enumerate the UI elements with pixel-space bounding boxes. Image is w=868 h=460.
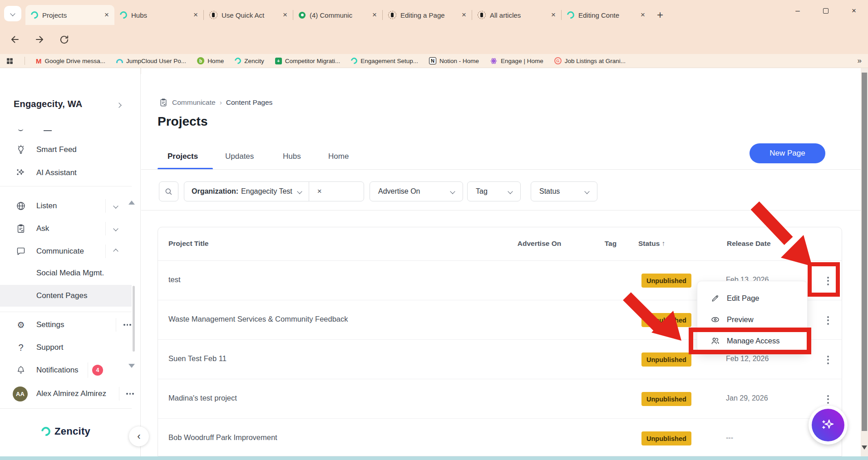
sidebar-item-content-pages[interactable]: Content Pages: [0, 285, 132, 307]
tab-label: Projects: [42, 11, 99, 19]
new-tab-button[interactable]: +: [657, 9, 663, 21]
restore-icon: [823, 8, 829, 14]
sidebar-item-listen[interactable]: Listen: [0, 197, 133, 215]
tab-label: Use Quick Act: [222, 11, 277, 19]
close-icon[interactable]: ×: [551, 10, 556, 20]
new-page-button[interactable]: New Page: [750, 143, 825, 163]
search-button[interactable]: [159, 181, 178, 201]
sidebar-item-smart-feed[interactable]: Smart Feed: [0, 141, 133, 159]
divider: [0, 408, 132, 409]
project-title[interactable]: Madina's test project: [168, 394, 237, 402]
bookmark-home[interactable]: bHome: [197, 57, 224, 64]
table-row[interactable]: Bob Woodruff Park Improvement Unpublishe…: [158, 419, 842, 458]
chevron-down-icon[interactable]: [113, 226, 118, 231]
sidebar-collapse-button[interactable]: ‹: [129, 426, 149, 446]
bookmark-google-drive[interactable]: MGoogle Drive messa...: [36, 58, 105, 64]
project-title[interactable]: Waste Management Services & Community Fe…: [168, 315, 348, 323]
clear-filter-button[interactable]: ×: [309, 187, 330, 196]
close-icon[interactable]: ×: [193, 10, 198, 20]
zencity-icon: [350, 56, 359, 65]
sidebar-scrollbar-thumb[interactable]: [133, 286, 135, 352]
close-icon[interactable]: ×: [641, 10, 645, 20]
divider: [88, 362, 88, 378]
sort-ascending-icon: ↑: [662, 240, 666, 247]
bookmark-job-listings[interactable]: GJob Listings at Grani...: [554, 57, 626, 64]
status-filter[interactable]: Status: [531, 181, 597, 201]
close-icon[interactable]: ×: [104, 10, 109, 20]
project-title[interactable]: test: [168, 275, 181, 284]
tab-hubs[interactable]: Hubs ×: [114, 5, 203, 25]
advertise-on-filter[interactable]: Advertise On: [370, 181, 463, 201]
back-button[interactable]: [8, 33, 22, 46]
close-icon[interactable]: ×: [462, 10, 466, 20]
row-menu-button[interactable]: [820, 312, 836, 328]
scroll-down-icon[interactable]: [862, 445, 867, 450]
col-tag: Tag: [597, 240, 624, 248]
window-scrollbar[interactable]: [861, 68, 868, 460]
chevron-up-icon[interactable]: [113, 249, 118, 254]
sidebar-item-support[interactable]: ? Support: [0, 338, 133, 357]
menu-item-preview[interactable]: Preview: [697, 309, 807, 330]
more-options-icon[interactable]: [126, 393, 134, 395]
tab-communications[interactable]: (4) Communic ×: [293, 5, 382, 25]
sidebar-item-ask[interactable]: Ask: [0, 220, 133, 238]
scrollbar-thumb[interactable]: [862, 73, 867, 431]
breadcrumb-content-pages[interactable]: Content Pages: [226, 98, 273, 107]
tab-updates[interactable]: Updates: [225, 152, 254, 161]
clipped-item-fragment: [18, 129, 23, 131]
divider: [119, 387, 119, 401]
sidebar-user-row[interactable]: AA Alex Almirez Almirez: [0, 384, 133, 404]
chevron-right-icon[interactable]: [116, 103, 121, 108]
sidebar-item-settings[interactable]: ⚙ Settings: [0, 316, 133, 334]
forward-button[interactable]: [33, 33, 46, 46]
organization-filter[interactable]: Organization: Engagecity Test ×: [184, 181, 364, 201]
sidebar-item-communicate[interactable]: Communicate: [0, 242, 133, 260]
ai-assistant-fab[interactable]: [809, 406, 848, 445]
sidebar-item-social-media-mgmt[interactable]: Social Media Mgmt.: [0, 262, 132, 284]
breadcrumb-communicate[interactable]: Communicate: [172, 98, 216, 107]
tab-projects[interactable]: Projects: [168, 152, 198, 161]
minimize-button[interactable]: –: [784, 0, 812, 22]
row-menu-button[interactable]: [820, 391, 836, 407]
table-row[interactable]: Madina's test project Unpublished Jan 29…: [158, 379, 842, 419]
tab-projects[interactable]: Projects ×: [25, 5, 114, 25]
globe-icon: [15, 201, 26, 211]
maximize-button[interactable]: [812, 0, 840, 22]
tab-hubs[interactable]: Hubs: [283, 152, 301, 161]
zencity-logo: Zencity: [0, 426, 132, 437]
bookmarks-overflow-button[interactable]: »: [858, 56, 862, 65]
col-status[interactable]: Status ↑: [638, 240, 665, 248]
row-menu-button[interactable]: [820, 352, 836, 368]
tag-filter[interactable]: Tag: [467, 181, 521, 201]
sidebar-item-ai-assistant[interactable]: AI Assistant: [0, 164, 133, 182]
tab-editing-content[interactable]: Editing Conte ×: [562, 5, 651, 25]
reload-button[interactable]: [57, 33, 71, 46]
apps-grid-icon[interactable]: [6, 57, 14, 65]
close-icon[interactable]: ×: [283, 10, 287, 20]
chevron-down-icon: [508, 189, 513, 194]
zencity-logo-icon: [39, 425, 52, 438]
tab-use-quick-actions[interactable]: Use Quick Act ×: [204, 5, 293, 25]
tab-home[interactable]: Home: [328, 152, 349, 161]
sidebar-item-notifications[interactable]: Notifications 4: [0, 361, 133, 379]
close-window-button[interactable]: ×: [840, 0, 868, 22]
bookmark-engage-home[interactable]: Engage | Home: [490, 57, 543, 65]
col-project-title: Project Title: [168, 240, 208, 248]
bookmark-engagement-setup[interactable]: Engagement Setup...: [351, 58, 418, 64]
close-icon[interactable]: ×: [372, 10, 377, 20]
project-title[interactable]: Suen Test Feb 11: [168, 354, 227, 363]
app-sidebar: Engagecity, WA Smart Feed AI Assistant L…: [0, 68, 141, 456]
atom-icon: [490, 57, 498, 65]
bookmark-competitor-migration[interactable]: +Competitor Migrati...: [275, 58, 340, 64]
bookmark-jumpcloud[interactable]: JumpCloud User Po...: [116, 58, 186, 64]
chevron-down-icon[interactable]: [113, 203, 118, 208]
menu-item-edit-page[interactable]: Edit Page: [697, 288, 807, 309]
bookmark-notion[interactable]: NNotion - Home: [429, 57, 479, 64]
project-title[interactable]: Bob Woodruff Park Improvement: [168, 433, 277, 442]
tab-editing-a-page[interactable]: Editing a Page ×: [383, 5, 472, 25]
more-options-icon[interactable]: [123, 324, 131, 326]
chevron-down-icon: [584, 189, 589, 194]
bookmark-zencity[interactable]: Zencity: [235, 58, 264, 64]
tab-search-button[interactable]: [4, 6, 21, 21]
tab-all-articles[interactable]: All articles ×: [472, 5, 561, 25]
